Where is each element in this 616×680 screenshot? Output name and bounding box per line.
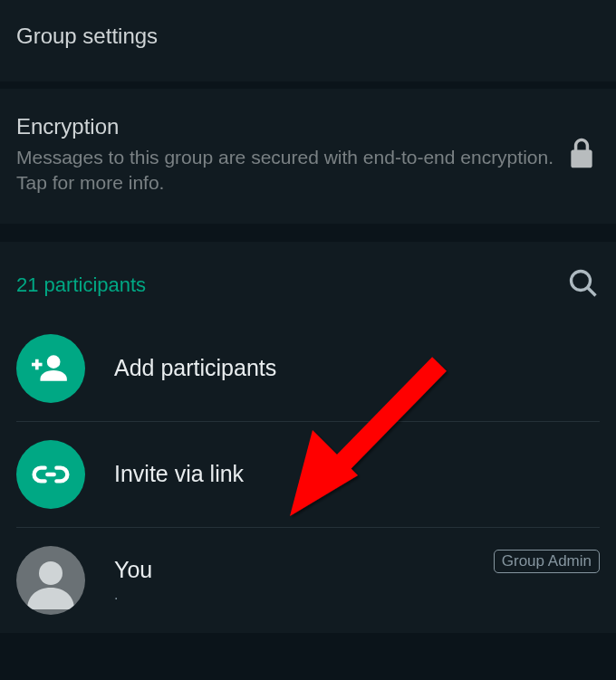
participants-header: 21 participants: [16, 258, 600, 316]
search-icon[interactable]: [567, 267, 600, 303]
avatar: [16, 546, 85, 615]
add-participants-label: Add participants: [114, 355, 600, 381]
add-participants-icon: [16, 334, 85, 403]
encryption-title: Encryption: [16, 114, 554, 139]
link-icon: [16, 440, 85, 509]
add-participants-row[interactable]: Add participants: [16, 316, 600, 422]
participant-sub: .: [114, 587, 465, 603]
encryption-text-block: Encryption Messages to this group are se…: [16, 114, 554, 196]
svg-line-1: [588, 287, 596, 295]
group-settings-row[interactable]: Group settings: [0, 0, 616, 81]
participants-count: 21 participants: [16, 273, 146, 297]
participants-section: 21 participants Add participants: [0, 242, 616, 633]
group-settings-label: Group settings: [16, 24, 158, 48]
encryption-description: Messages to this group are secured with …: [16, 145, 554, 196]
admin-badge: Group Admin: [494, 550, 600, 573]
invite-via-link-row[interactable]: Invite via link: [16, 422, 600, 528]
lock-icon: [569, 138, 600, 172]
participant-you-row[interactable]: You . Group Admin: [16, 528, 600, 633]
svg-rect-4: [35, 359, 39, 369]
encryption-row[interactable]: Encryption Messages to this group are se…: [0, 89, 616, 224]
participant-name: You: [114, 557, 465, 583]
section-divider: [0, 224, 616, 242]
svg-point-2: [47, 355, 61, 369]
invite-via-link-label: Invite via link: [114, 461, 600, 487]
section-divider: [0, 81, 616, 89]
svg-point-0: [572, 271, 591, 290]
svg-point-5: [39, 561, 63, 585]
